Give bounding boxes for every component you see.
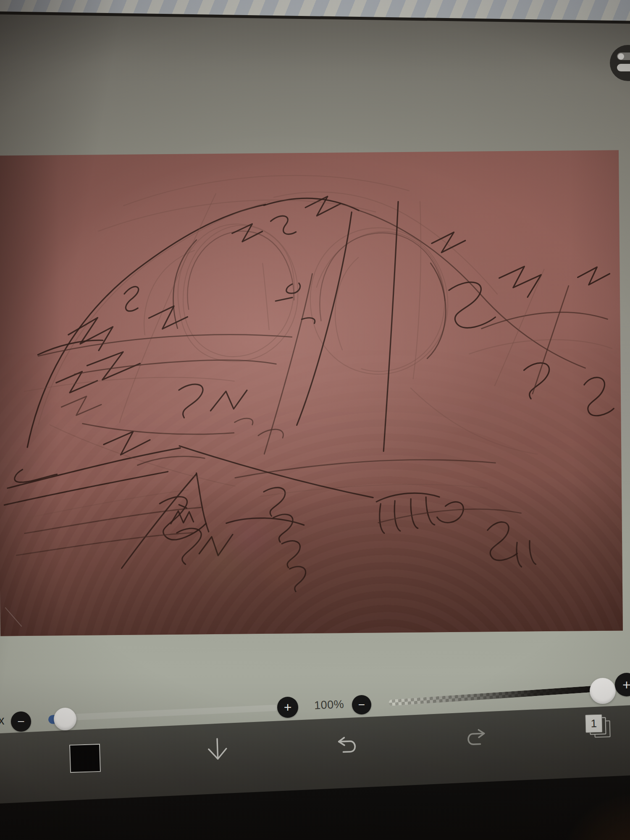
- size-slider-thumb[interactable]: [54, 708, 76, 730]
- download-arrow-icon: [206, 738, 229, 764]
- zoom-in-button[interactable]: +: [277, 697, 298, 718]
- drawing-canvas[interactable]: [0, 150, 623, 636]
- toggle-icon: [617, 52, 630, 60]
- undo-button[interactable]: [336, 735, 360, 756]
- redo-icon: [463, 727, 487, 748]
- toggle-icon: [617, 64, 630, 71]
- color-swatch[interactable]: [69, 744, 101, 773]
- sketch-svg: [0, 150, 623, 636]
- redo-button[interactable]: [463, 727, 487, 747]
- zoom-level-label: 100%: [314, 698, 344, 712]
- download-button[interactable]: [206, 738, 229, 764]
- size-decrease-button[interactable]: −: [11, 711, 31, 732]
- layers-button[interactable]: 1: [585, 714, 611, 739]
- layers-count-badge: 1: [585, 714, 602, 733]
- undo-icon: [336, 735, 360, 756]
- toggle-knob-icon: [618, 53, 624, 60]
- opacity-slider-thumb[interactable]: [590, 678, 616, 704]
- opacity-decrease-button[interactable]: −: [352, 695, 371, 714]
- size-multiplier-label: x: [0, 714, 5, 727]
